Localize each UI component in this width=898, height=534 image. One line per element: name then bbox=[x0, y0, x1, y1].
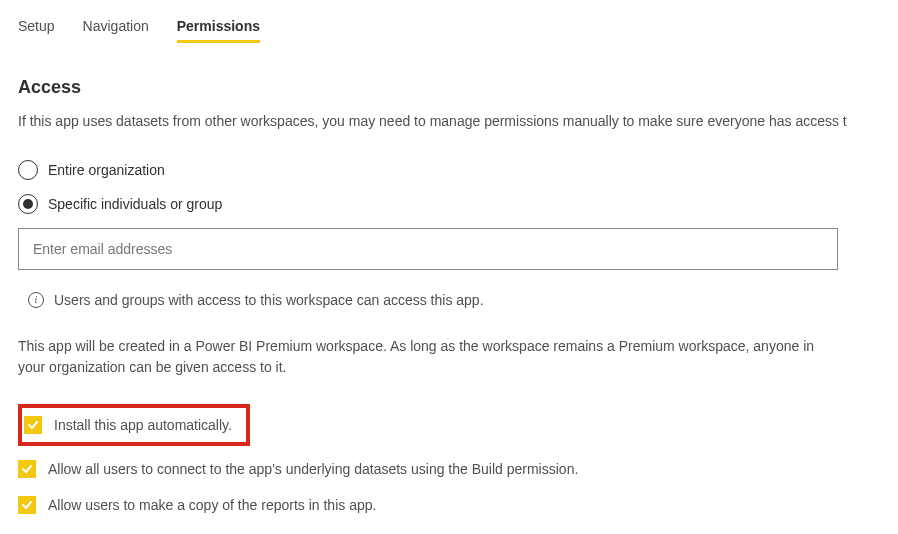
checkbox-copy-reports[interactable] bbox=[18, 496, 36, 514]
tab-permissions[interactable]: Permissions bbox=[177, 18, 260, 43]
check-icon bbox=[21, 463, 33, 475]
checkbox-install-automatically-highlight: Install this app automatically. bbox=[18, 404, 250, 446]
radio-circle-selected-icon bbox=[18, 194, 38, 214]
info-text: Users and groups with access to this wor… bbox=[54, 292, 484, 308]
checkbox-label: Install this app automatically. bbox=[54, 417, 232, 433]
radio-label: Entire organization bbox=[48, 162, 165, 178]
tab-setup[interactable]: Setup bbox=[18, 18, 55, 43]
checkbox-install-automatically[interactable] bbox=[24, 416, 42, 434]
radio-circle-icon bbox=[18, 160, 38, 180]
info-row: i Users and groups with access to this w… bbox=[28, 292, 880, 308]
checkbox-label: Allow users to make a copy of the report… bbox=[48, 497, 376, 513]
checkbox-item-build-permission: Allow all users to connect to the app's … bbox=[18, 460, 880, 478]
section-title-access: Access bbox=[18, 77, 880, 98]
checkbox-label: Allow all users to connect to the app's … bbox=[48, 461, 578, 477]
info-icon: i bbox=[28, 292, 44, 308]
radio-specific-individuals[interactable]: Specific individuals or group bbox=[18, 194, 880, 214]
access-intro-text: If this app uses datasets from other wor… bbox=[18, 112, 880, 132]
check-icon bbox=[21, 499, 33, 511]
checkbox-build-permission[interactable] bbox=[18, 460, 36, 478]
access-radio-group: Entire organization Specific individuals… bbox=[18, 160, 880, 214]
tab-navigation[interactable]: Navigation bbox=[83, 18, 149, 43]
premium-workspace-text: This app will be created in a Power BI P… bbox=[18, 336, 828, 378]
checkbox-item-copy-reports: Allow users to make a copy of the report… bbox=[18, 496, 880, 514]
tab-bar: Setup Navigation Permissions bbox=[18, 18, 880, 43]
radio-label: Specific individuals or group bbox=[48, 196, 222, 212]
check-icon bbox=[27, 419, 39, 431]
email-addresses-input[interactable] bbox=[18, 228, 838, 270]
radio-entire-organization[interactable]: Entire organization bbox=[18, 160, 880, 180]
